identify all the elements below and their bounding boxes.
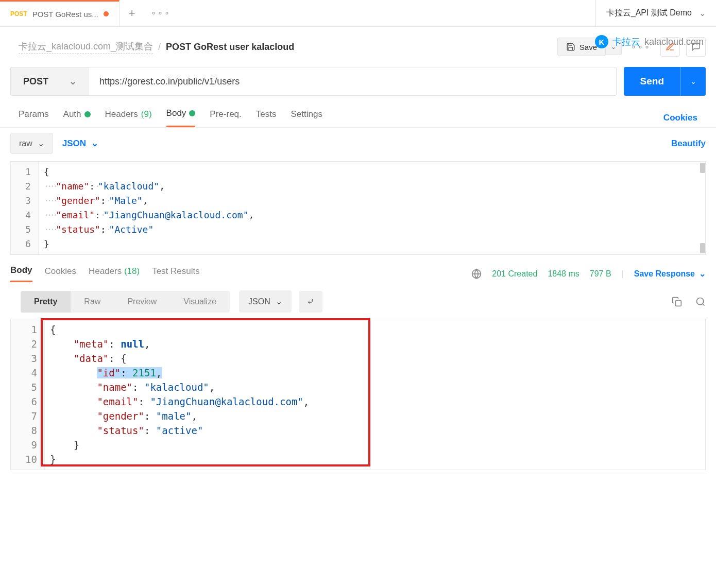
environment-name: 卡拉云_API 测试 Demo xyxy=(606,8,692,19)
send-button[interactable]: Send ⌄ xyxy=(624,67,706,96)
resp-tab-tests[interactable]: Test Results xyxy=(152,266,200,282)
chevron-down-icon: ⌄ xyxy=(699,269,706,279)
chevron-down-icon: ⌄ xyxy=(91,138,98,149)
network-icon[interactable] xyxy=(471,269,482,279)
body-active-dot xyxy=(189,110,195,116)
tab-auth[interactable]: Auth xyxy=(63,109,91,127)
tab-headers[interactable]: Headers (9) xyxy=(105,109,152,127)
watermark-cn: 卡拉云 xyxy=(612,36,640,48)
request-tab[interactable]: POST POST GoRest us... xyxy=(0,0,120,26)
url-text: https://gorest.co.in/public/v1/users xyxy=(99,76,240,87)
view-visualize[interactable]: Visualize xyxy=(170,291,230,313)
response-body-viewer[interactable]: 12345678910 { "meta": null, "data": { "i… xyxy=(10,319,706,470)
highlight-box xyxy=(41,318,370,466)
response-view-row: Pretty Raw Preview Visualize JSON ⌄ ⤶ xyxy=(0,282,716,319)
scrollbar-thumb[interactable] xyxy=(700,243,705,253)
response-time: 1848 ms xyxy=(548,269,579,279)
tab-method-badge: POST xyxy=(10,10,27,18)
svg-point-2 xyxy=(697,298,704,304)
response-toolbar-icons xyxy=(672,297,706,307)
save-icon xyxy=(566,42,575,51)
view-pretty[interactable]: Pretty xyxy=(21,291,71,313)
view-raw[interactable]: Raw xyxy=(71,291,114,313)
add-tab-button[interactable]: + xyxy=(120,7,145,20)
breadcrumb-current: POST GoRest user kalacloud xyxy=(166,42,294,53)
request-body-editor[interactable]: 123456 { ····"name":·"kalacloud", ····"g… xyxy=(10,161,706,255)
breadcrumb-separator: / xyxy=(158,42,161,53)
body-format-row: raw ⌄ JSON ⌄ Beautify xyxy=(0,128,716,159)
body-type-selector[interactable]: raw ⌄ xyxy=(10,133,53,154)
copy-icon[interactable] xyxy=(672,297,682,307)
body-lang-selector[interactable]: JSON ⌄ xyxy=(62,138,98,149)
scrollbar-thumb[interactable] xyxy=(700,163,705,173)
environment-selector[interactable]: 卡拉云_API 测试 Demo ⌄ xyxy=(595,0,716,26)
auth-active-dot xyxy=(84,111,91,117)
chevron-down-icon: ⌄ xyxy=(69,76,77,87)
beautify-button[interactable]: Beautify xyxy=(671,139,706,149)
url-input[interactable]: https://gorest.co.in/public/v1/users xyxy=(89,67,617,96)
svg-rect-1 xyxy=(676,300,681,306)
view-preview[interactable]: Preview xyxy=(114,291,170,313)
send-dropdown[interactable]: ⌄ xyxy=(681,77,706,85)
chevron-down-icon: ⌄ xyxy=(38,139,44,148)
status-code: 201 Created xyxy=(492,269,537,279)
tab-more-icon[interactable]: ∘∘∘ xyxy=(145,8,177,18)
request-subtabs: Params Auth Headers (9) Body Pre-req. Te… xyxy=(0,96,716,128)
svg-line-3 xyxy=(703,303,705,305)
line-gutter: 123456 xyxy=(11,162,39,254)
response-meta: 201 Created 1848 ms 797 B | Save Respons… xyxy=(471,269,706,279)
tab-params[interactable]: Params xyxy=(19,109,49,127)
chevron-down-icon: ⌄ xyxy=(276,297,282,306)
tab-settings[interactable]: Settings xyxy=(291,109,322,127)
method-label: POST xyxy=(23,76,48,87)
url-row: POST ⌄ https://gorest.co.in/public/v1/us… xyxy=(0,67,716,96)
response-code[interactable]: { "meta": null, "data": { "id": 2151, "n… xyxy=(45,319,705,470)
tab-body[interactable]: Body xyxy=(166,108,196,127)
tab-title: POST GoRest us... xyxy=(32,10,98,19)
chevron-down-icon: ⌄ xyxy=(699,8,706,18)
request-code[interactable]: { ····"name":·"kalacloud", ····"gender":… xyxy=(39,162,705,254)
wrap-lines-button[interactable]: ⤶ xyxy=(299,291,322,313)
tab-tests[interactable]: Tests xyxy=(256,109,277,127)
resp-tab-headers[interactable]: Headers (18) xyxy=(89,266,140,282)
search-icon[interactable] xyxy=(695,297,706,307)
save-label: Save xyxy=(579,43,597,51)
watermark-en: kalacloud.com xyxy=(644,37,704,47)
response-tabs: Body Cookies Headers (18) Test Results 2… xyxy=(0,255,716,282)
save-response-button[interactable]: Save Response⌄ xyxy=(634,269,706,279)
watermark-logo: K 卡拉云 kalacloud.com xyxy=(595,35,704,48)
response-lang-selector[interactable]: JSON ⌄ xyxy=(239,290,292,313)
resp-tab-cookies[interactable]: Cookies xyxy=(45,266,76,282)
kalacloud-icon: K xyxy=(595,35,608,48)
tab-prereq[interactable]: Pre-req. xyxy=(210,109,241,127)
view-mode-group: Pretty Raw Preview Visualize xyxy=(21,291,230,313)
response-size: 797 B xyxy=(590,269,611,279)
send-label: Send xyxy=(624,76,680,87)
method-selector[interactable]: POST ⌄ xyxy=(10,67,89,96)
tab-bar: POST POST GoRest us... + ∘∘∘ 卡拉云_API 测试 … xyxy=(0,0,716,27)
line-gutter: 12345678910 xyxy=(11,319,45,470)
breadcrumb-collection[interactable]: 卡拉云_kalacloud.com_测试集合 xyxy=(19,40,153,54)
cookies-link[interactable]: Cookies xyxy=(663,113,697,123)
unsaved-indicator-dot xyxy=(104,11,109,16)
resp-tab-body[interactable]: Body xyxy=(10,265,32,282)
